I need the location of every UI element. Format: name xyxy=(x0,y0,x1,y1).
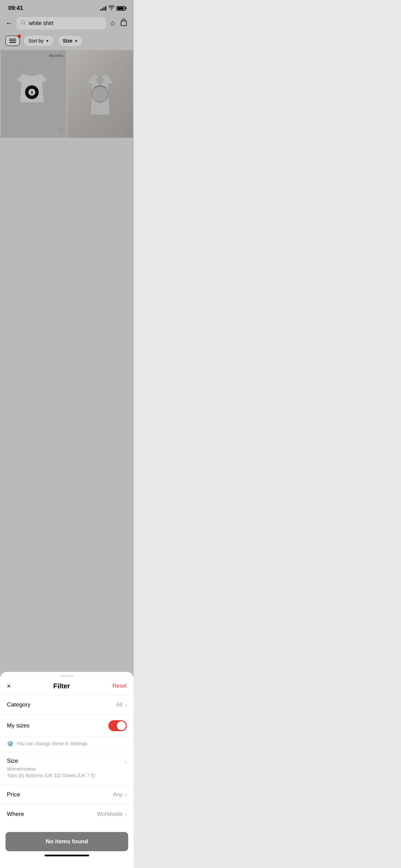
modal-overlay[interactable] xyxy=(0,0,134,289)
